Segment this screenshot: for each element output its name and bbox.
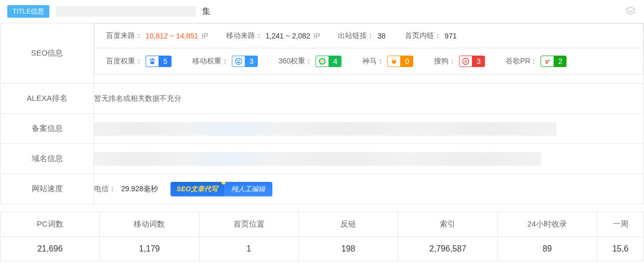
mobile-weight[interactable]: 移动权重： 3 — [192, 56, 258, 67]
svg-point-0 — [150, 59, 151, 61]
baidu-paw-icon — [146, 56, 159, 67]
title-suffix: 集 — [202, 6, 211, 17]
stats-header-row: PC词数 移动词数 首页位置 反链 索引 24小时收录 一周 — [1, 212, 644, 237]
svg-text:+: + — [548, 59, 550, 62]
promo-dot-icon — [221, 182, 226, 184]
stats-value-row: 21,696 1,179 1 198 2,796,587 89 15,6 — [1, 237, 644, 261]
title-badge: TITLE信息 — [7, 5, 49, 18]
promo-banner[interactable]: SEO文章代写 纯人工编辑 — [170, 182, 272, 196]
outlinks: 出站链接： 38 — [338, 31, 388, 41]
speed-value: 29.928毫秒 — [121, 184, 158, 193]
stats-header[interactable]: 24小时收录 — [497, 212, 597, 237]
seo-row-traffic: 百度来路： 10,812 ~ 14,851 IP 移动来路： 1,241 ~ 2… — [95, 24, 643, 48]
stats-header[interactable]: 移动词数 — [100, 212, 199, 237]
stats-value[interactable]: 2,796,587 — [398, 237, 497, 261]
home-links: 首页内链： 971 — [405, 31, 458, 41]
google-icon: g+ — [541, 56, 554, 67]
stats-header[interactable]: PC词数 — [1, 212, 100, 237]
sogou-icon: S — [459, 56, 472, 67]
svg-point-4 — [235, 58, 242, 64]
stats-header[interactable]: 反链 — [298, 212, 398, 237]
baidu-source: 百度来路： 10,812 ~ 14,851 IP — [106, 31, 208, 41]
stats-value[interactable]: 1 — [199, 237, 298, 261]
domain-label: 域名信息 — [1, 144, 94, 174]
title-bar: TITLE信息 集 — [0, 0, 644, 23]
svg-point-3 — [150, 61, 154, 64]
360-icon — [316, 56, 329, 67]
mobile-source: 移动来路： 1,241 ~ 2,082 IP — [226, 31, 320, 41]
stats-header[interactable]: 索引 — [398, 212, 497, 237]
beian-label: 备案信息 — [1, 114, 94, 144]
speed-label: 网站速度 — [1, 174, 94, 204]
baidu-weight[interactable]: 百度权重： 5 — [106, 56, 172, 67]
svg-point-5 — [237, 60, 238, 61]
redacted-beian — [94, 122, 557, 136]
360-weight[interactable]: 360权重： 4 — [279, 56, 341, 67]
svg-point-6 — [239, 60, 240, 61]
stats-header[interactable]: 首页位置 — [199, 212, 298, 237]
promo-right-text: 纯人工编辑 — [224, 182, 272, 196]
redacted-domain — [94, 152, 541, 166]
stats-table: PC词数 移动词数 首页位置 反链 索引 24小时收录 一周 21,696 1,… — [0, 211, 644, 261]
shenma-icon — [387, 56, 401, 67]
stats-header[interactable]: 一周 — [597, 212, 644, 237]
info-table: SEO信息 百度来路： 10,812 ~ 14,851 IP 移动来路： 1,2… — [0, 23, 644, 204]
svg-point-10 — [392, 60, 396, 64]
speed-row: 电信： 29.928毫秒 SEO文章代写 纯人工编辑 — [94, 182, 643, 196]
domain-value — [94, 144, 644, 174]
speed-isp-label: 电信： — [94, 184, 116, 193]
baidu-mobile-icon — [232, 56, 245, 67]
beian-value — [94, 114, 644, 144]
alexa-label: ALEXA排名 — [1, 84, 94, 114]
seo-label: SEO信息 — [1, 23, 94, 84]
promo-left-text: SEO文章代写 — [170, 182, 224, 196]
stats-value[interactable]: 21,696 — [1, 237, 100, 261]
seo-row-weights: 百度权重： 5 移动权重： 3 360权重： — [95, 48, 643, 74]
stats-value[interactable]: 198 — [298, 237, 398, 261]
svg-point-2 — [153, 59, 155, 61]
stats-value[interactable]: 1,179 — [100, 237, 199, 261]
stats-value[interactable]: 15,6 — [597, 237, 644, 261]
sogou-weight[interactable]: 搜狗： S 3 — [434, 56, 485, 67]
google-pr[interactable]: 谷歌PR： g+ 2 — [506, 56, 567, 67]
alexa-value: 暂无排名或相关数据不充分 — [94, 84, 644, 114]
svg-point-1 — [151, 58, 153, 60]
redacted-title — [56, 6, 196, 17]
stats-value[interactable]: 89 — [497, 237, 597, 261]
svg-point-7 — [237, 61, 240, 63]
svg-text:S: S — [464, 59, 467, 64]
svg-point-9 — [321, 60, 323, 62]
shenma-weight[interactable]: 神马： 0 — [362, 56, 413, 67]
layers-icon[interactable] — [624, 5, 637, 18]
